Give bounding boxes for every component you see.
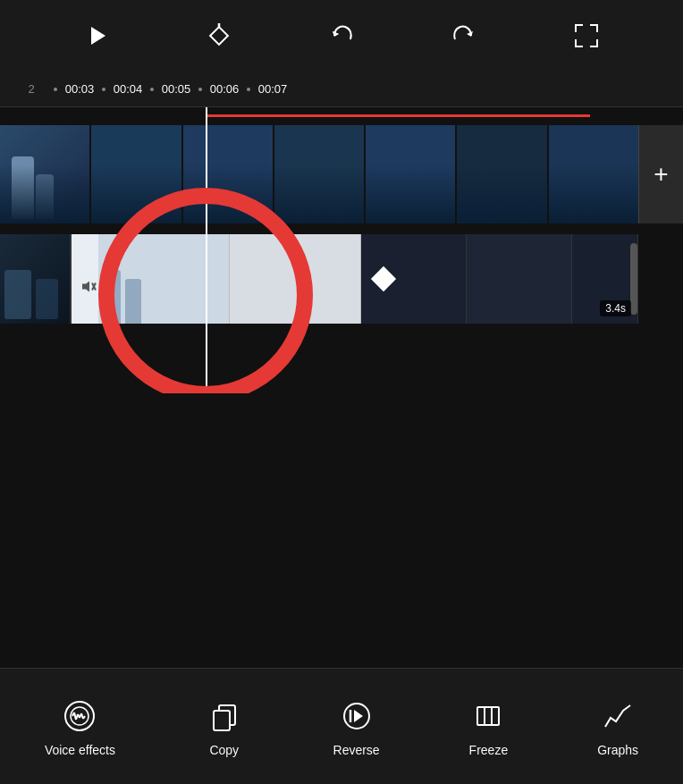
voice-effects-button[interactable]: Voice effects bbox=[45, 696, 115, 757]
play-button[interactable] bbox=[77, 16, 116, 55]
playhead[interactable] bbox=[206, 107, 207, 393]
reverse-label: Reverse bbox=[333, 743, 380, 757]
second-track-main-segment[interactable]: Graphs bbox=[72, 234, 638, 324]
graphs-button[interactable]: Graphs bbox=[597, 696, 638, 757]
ruler-mark-5: 00:06 bbox=[202, 82, 247, 96]
ruler-mark-4: 00:05 bbox=[154, 82, 198, 96]
main-track-thumbs bbox=[0, 125, 638, 223]
mute-icon bbox=[80, 279, 97, 298]
undo-button[interactable] bbox=[322, 16, 361, 55]
thumb-5 bbox=[366, 125, 455, 223]
thumb-6 bbox=[457, 125, 546, 223]
thumb-3 bbox=[183, 125, 273, 223]
ruler-mark-3: 00:04 bbox=[105, 82, 150, 96]
second-track-left-thumb bbox=[0, 234, 72, 324]
segment-thumbs bbox=[98, 234, 638, 324]
freeze-icon bbox=[468, 696, 508, 736]
bottom-toolbar: Voice effects Copy Reverse bbox=[0, 668, 683, 784]
voice-effects-label: Voice effects bbox=[45, 743, 115, 757]
thumb-4 bbox=[274, 125, 364, 223]
ruler-mark-2: 00:03 bbox=[57, 82, 102, 96]
reverse-button[interactable]: Reverse bbox=[333, 696, 380, 757]
graphs-icon bbox=[598, 696, 637, 736]
svg-marker-20 bbox=[354, 710, 363, 722]
copy-icon bbox=[205, 696, 244, 736]
freeze-label: Freeze bbox=[469, 743, 509, 757]
reverse-icon bbox=[337, 696, 376, 736]
video-track-second[interactable]: Graphs bbox=[0, 234, 638, 324]
svg-rect-1 bbox=[210, 27, 228, 45]
ruler-mark-6: 00:07 bbox=[250, 82, 295, 96]
copy-button[interactable]: Copy bbox=[205, 696, 244, 757]
svg-rect-18 bbox=[214, 711, 230, 730]
voice-effects-icon bbox=[60, 696, 99, 736]
svg-marker-5 bbox=[82, 282, 89, 292]
playback-range-line bbox=[206, 114, 590, 117]
thumb-7 bbox=[549, 125, 638, 223]
copy-label: Copy bbox=[209, 743, 239, 757]
graphs-label: Graphs bbox=[597, 743, 638, 757]
fullscreen-button[interactable] bbox=[567, 16, 606, 55]
svg-marker-0 bbox=[91, 27, 105, 45]
ruler-mark-1: 2 bbox=[9, 82, 54, 96]
timeline-ruler: 2 00:03 00:04 00:05 00:06 00:07 bbox=[0, 72, 683, 107]
duration-badge: 3.4s bbox=[600, 300, 631, 316]
freeze-button[interactable]: Freeze bbox=[468, 696, 508, 757]
annotation-arrow bbox=[313, 375, 563, 393]
thumb-2 bbox=[91, 125, 181, 223]
video-track-main[interactable] bbox=[0, 125, 638, 223]
top-toolbar bbox=[0, 0, 683, 72]
thumb-1 bbox=[0, 125, 89, 223]
svg-rect-22 bbox=[477, 707, 499, 725]
redo-button[interactable] bbox=[444, 16, 484, 55]
add-clip-button[interactable]: + bbox=[638, 125, 683, 223]
keyframe-button[interactable] bbox=[199, 16, 239, 55]
svg-line-16 bbox=[83, 716, 85, 719]
timeline-area[interactable]: + Graphs bbox=[0, 107, 683, 393]
